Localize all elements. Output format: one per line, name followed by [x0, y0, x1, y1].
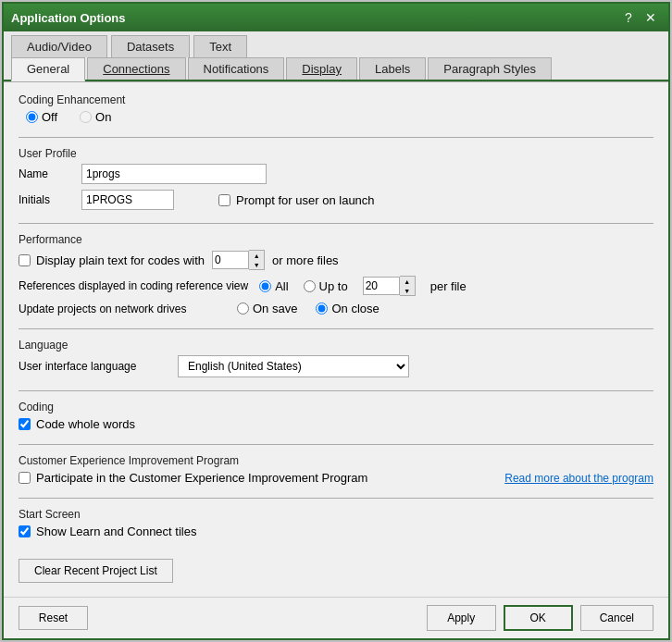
- plain-text-input[interactable]: [19, 254, 31, 266]
- title-bar: Application Options ? ✕: [4, 4, 668, 31]
- name-label: Name: [19, 167, 74, 180]
- coding-enhancement-label: Coding Enhancement: [19, 93, 653, 106]
- participate-checkbox[interactable]: Participate in the Customer Experience I…: [19, 471, 367, 485]
- customer-exp-section: Customer Experience Improvement Program …: [19, 454, 653, 485]
- language-label: Language: [19, 339, 653, 352]
- name-field-row: Name: [19, 164, 653, 184]
- sub-tab-display[interactable]: Display: [286, 57, 357, 80]
- title-buttons: ? ✕: [618, 8, 661, 27]
- tab-section: Audio/Video Datasets Text General Connec…: [4, 31, 668, 82]
- refs-options: All Up to ▲ ▼ per file: [259, 276, 467, 296]
- lang-row: User interface language English (United …: [19, 355, 653, 377]
- footer-right: Apply OK Cancel: [427, 605, 653, 631]
- tab-audio-video[interactable]: Audio/Video: [11, 35, 107, 57]
- show-learn-input[interactable]: [19, 525, 31, 537]
- per-file-label: per file: [430, 279, 467, 293]
- sub-tab-paragraph-styles[interactable]: Paragraph Styles: [428, 57, 552, 80]
- refs-all-input[interactable]: [259, 280, 271, 292]
- close-button[interactable]: ✕: [641, 8, 661, 27]
- show-learn-checkbox[interactable]: Show Learn and Connect tiles: [19, 525, 653, 538]
- help-button[interactable]: ?: [618, 8, 639, 27]
- dialog: Application Options ? ✕ Audio/Video Data…: [2, 2, 670, 640]
- language-section: Language User interface language English…: [19, 339, 653, 377]
- clear-recent-button[interactable]: Clear Recent Project List: [19, 559, 173, 583]
- participate-input[interactable]: [19, 472, 31, 484]
- customer-exp-label: Customer Experience Improvement Program: [19, 454, 653, 467]
- code-whole-words-checkbox[interactable]: Code whole words: [19, 417, 653, 431]
- network-label: Update projects on network drives: [19, 302, 222, 315]
- performance-section: Performance Display plain text for codes…: [19, 233, 653, 315]
- refs-all-radio[interactable]: All: [259, 279, 288, 293]
- coding-label: Coding: [19, 401, 653, 414]
- sub-tab-notifications[interactable]: Notifications: [188, 57, 285, 80]
- plain-text-spin-input[interactable]: [212, 251, 249, 269]
- ok-button[interactable]: OK: [504, 605, 573, 631]
- plain-text-spinner: ▲ ▼: [212, 250, 265, 270]
- prompt-launch-checkbox[interactable]: Prompt for user on launch: [218, 193, 375, 207]
- plain-text-row: Display plain text for codes with ▲ ▼ or…: [19, 250, 653, 270]
- plain-text-spin-up[interactable]: ▲: [249, 251, 264, 260]
- upto-spin-down[interactable]: ▼: [400, 286, 415, 295]
- on-save-radio[interactable]: On save: [237, 302, 297, 315]
- refs-row: References displayed in coding reference…: [19, 276, 653, 296]
- refs-label: References displayed in coding reference…: [19, 279, 248, 292]
- plain-text-spin-down[interactable]: ▼: [249, 260, 264, 269]
- radio-off-input[interactable]: [26, 111, 38, 123]
- coding-section: Coding Code whole words: [19, 401, 653, 431]
- network-row: Update projects on network drives On sav…: [19, 302, 653, 315]
- radio-on[interactable]: On: [80, 110, 111, 124]
- coding-enhancement-section: Coding Enhancement Off On: [19, 93, 653, 124]
- dialog-title: Application Options: [11, 11, 126, 25]
- footer: Reset Apply OK Cancel: [4, 597, 668, 638]
- name-input[interactable]: [81, 164, 267, 184]
- apply-button[interactable]: Apply: [427, 605, 496, 631]
- title-bar-left: Application Options: [11, 11, 126, 25]
- top-tab-row: Audio/Video Datasets Text: [4, 31, 668, 57]
- read-more-link[interactable]: Read more about the program: [504, 472, 653, 485]
- sub-tab-connections[interactable]: Connections: [87, 57, 185, 80]
- participate-row: Participate in the Customer Experience I…: [19, 471, 653, 485]
- sub-tab-general[interactable]: General: [11, 57, 85, 81]
- refs-upto-input[interactable]: [304, 280, 316, 292]
- upto-spin-up[interactable]: ▲: [400, 277, 415, 286]
- initials-input[interactable]: [81, 190, 174, 210]
- cancel-button[interactable]: Cancel: [580, 605, 653, 631]
- user-profile-section: User Profile Name Initials Prompt for us…: [19, 147, 653, 210]
- upto-spin-buttons: ▲ ▼: [400, 276, 416, 296]
- ui-lang-label: User interface language: [19, 360, 167, 373]
- content-area: Coding Enhancement Off On User Profile N…: [4, 82, 668, 597]
- plain-text-spin-buttons: ▲ ▼: [249, 250, 265, 270]
- on-close-radio[interactable]: On close: [316, 302, 379, 315]
- refs-upto-radio[interactable]: Up to: [304, 279, 348, 293]
- code-whole-words-input[interactable]: [19, 418, 31, 430]
- start-screen-section: Start Screen Show Learn and Connect tile…: [19, 508, 653, 538]
- user-profile-label: User Profile: [19, 147, 653, 160]
- tab-text[interactable]: Text: [193, 35, 247, 57]
- initials-label: Initials: [19, 193, 74, 206]
- performance-label: Performance: [19, 233, 653, 246]
- upto-spin-input[interactable]: [363, 277, 400, 295]
- reset-button[interactable]: Reset: [19, 606, 88, 630]
- initials-field-row: Initials Prompt for user on launch: [19, 190, 653, 210]
- tab-datasets[interactable]: Datasets: [111, 35, 190, 57]
- radio-on-input[interactable]: [80, 111, 92, 123]
- on-save-input[interactable]: [237, 302, 249, 315]
- on-close-input[interactable]: [316, 302, 328, 315]
- ui-lang-select[interactable]: English (United States): [178, 355, 409, 377]
- prompt-launch-input[interactable]: [218, 194, 230, 206]
- sub-tab-row: General Connections Notifications Displa…: [4, 57, 668, 81]
- upto-spinner: ▲ ▼: [363, 276, 416, 296]
- radio-off[interactable]: Off: [26, 110, 57, 124]
- or-more-files-label: or more files: [272, 253, 339, 267]
- sub-tab-labels[interactable]: Labels: [359, 57, 426, 80]
- start-screen-label: Start Screen: [19, 508, 653, 521]
- plain-text-checkbox[interactable]: Display plain text for codes with: [19, 253, 205, 267]
- coding-enhancement-radio-group: Off On: [26, 110, 653, 124]
